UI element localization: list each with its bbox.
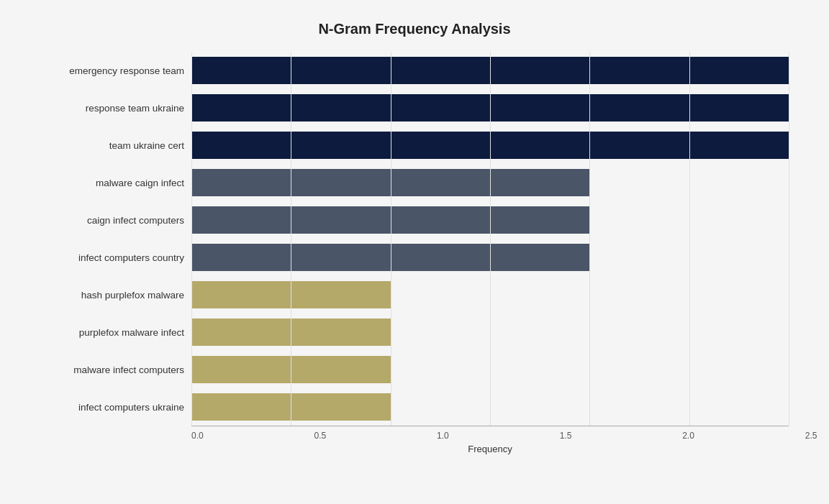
bar-row: infect computers ukraine (40, 388, 789, 426)
bar-fill (191, 132, 789, 159)
bar-label: malware caign infect (40, 178, 191, 188)
bar-row: malware infect computers (40, 351, 789, 388)
bar-label: emergency response team (40, 65, 191, 76)
bar-row: infect computers country (40, 239, 789, 276)
bar-row: malware caign infect (40, 164, 789, 201)
bar-label: response team ukraine (40, 103, 191, 114)
chart-title: N-Gram Frequency Analysis (40, 21, 789, 37)
x-tick: 1.5 (560, 431, 572, 441)
bar-fill (191, 356, 391, 383)
grid-line (789, 52, 789, 426)
x-tick: 0.5 (314, 431, 327, 441)
bar-row: emergency response team (40, 52, 789, 89)
bar-row: purplefox malware infect (40, 313, 789, 351)
bar-row: response team ukraine (40, 89, 789, 127)
bar-label: caign infect computers (40, 215, 191, 226)
bar-track (191, 356, 789, 383)
bars-wrapper: emergency response teamresponse team ukr… (40, 52, 789, 426)
bar-fill (191, 281, 391, 308)
bar-fill (191, 206, 589, 234)
bar-label: infect computers ukraine (40, 402, 191, 413)
bar-track (191, 244, 789, 271)
bar-track (191, 281, 789, 308)
bar-row: caign infect computers (40, 201, 789, 239)
bar-fill (191, 57, 789, 84)
bar-label: infect computers country (40, 252, 191, 263)
bar-track (191, 206, 789, 234)
bar-label: team ukraine cert (40, 140, 191, 151)
bar-track (191, 94, 789, 122)
bar-track (191, 393, 789, 421)
bar-track (191, 169, 789, 196)
bar-label: hash purplefox malware (40, 290, 191, 301)
x-tick: 0.0 (191, 431, 204, 441)
bar-row: team ukraine cert (40, 127, 789, 164)
x-tick: 2.0 (682, 431, 694, 441)
bar-row: hash purplefox malware (40, 276, 789, 313)
x-tick: 2.5 (805, 431, 817, 441)
bar-label: malware infect computers (40, 365, 191, 375)
bar-track (191, 319, 789, 346)
bar-fill (191, 393, 391, 421)
bar-track (191, 132, 789, 159)
bar-label: purplefox malware infect (40, 327, 191, 338)
bar-fill (191, 319, 391, 346)
chart-container: N-Gram Frequency Analysis emergency resp… (19, 6, 810, 498)
x-tick: 1.0 (437, 431, 449, 441)
x-axis-ticks: 0.00.51.01.52.02.53.0 (191, 426, 829, 441)
bar-fill (191, 169, 589, 196)
bar-fill (191, 244, 589, 271)
bar-track (191, 57, 789, 84)
bar-rows-container: emergency response teamresponse team ukr… (40, 52, 789, 426)
x-axis-label: Frequency (191, 444, 789, 454)
bar-fill (191, 94, 789, 122)
